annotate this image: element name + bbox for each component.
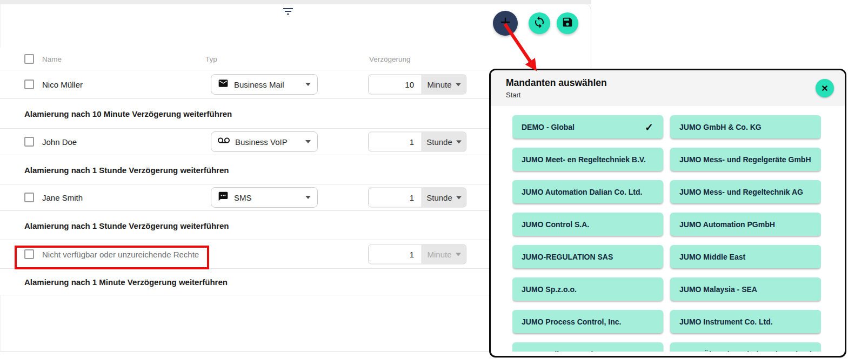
row-checkbox[interactable] — [24, 249, 34, 259]
top-strip — [0, 0, 591, 4]
chevron-down-icon — [305, 140, 311, 143]
tenant-button[interactable]: JUMO Sp.z.o.o. — [512, 277, 663, 301]
chevron-down-icon — [456, 253, 461, 256]
contact-name: Nico Müller — [42, 80, 83, 89]
delay-unit-value: Minute — [427, 250, 451, 259]
close-button[interactable]: ✕ — [816, 79, 834, 97]
tenant-button[interactable]: JUMO Meet- en Regeltechniek B.V. — [512, 148, 663, 171]
tenant-label: JUMO GmbH & Co. KG — [679, 123, 762, 131]
chevron-down-icon — [456, 83, 461, 86]
save-icon — [562, 16, 573, 30]
delay-value-input[interactable] — [369, 245, 422, 264]
row-checkbox[interactable] — [24, 193, 34, 202]
tenant-label: JUMO Control S.A. — [522, 220, 589, 229]
escalation-note-text: Alamierung nach 1 Minute Verzögerung wei… — [24, 277, 228, 287]
tenant-label: JUMO Malaysia - SEA — [679, 285, 757, 294]
contact-name: John Doe — [42, 137, 77, 147]
save-button[interactable] — [557, 12, 578, 34]
type-select-value: SMS — [234, 193, 252, 202]
escalation-note-text: Alamierung nach 10 Minute Verzögerung we… — [24, 109, 232, 118]
tenant-label: JUMO-REGULATION SAS — [522, 253, 613, 261]
delay-control: Minute — [368, 75, 466, 95]
type-select[interactable]: Business Mail — [211, 74, 318, 95]
tenant-button[interactable]: DEMO - Global ✓ — [512, 115, 663, 138]
table-header: Name Typ Verzögerung — [0, 48, 591, 70]
delay-unit-value: Stunde — [426, 193, 452, 202]
type-select[interactable]: Business VoIP — [211, 131, 318, 152]
dialog-subtitle: Start — [506, 91, 845, 99]
column-header-type: Typ — [205, 55, 217, 63]
chevron-down-icon — [456, 196, 462, 199]
delay-unit-select[interactable]: Stunde — [422, 188, 466, 207]
tenant-label: DEMO - Global — [522, 123, 575, 131]
delay-unit-select[interactable]: Stunde — [422, 133, 466, 151]
delay-control: Stunde — [368, 132, 466, 152]
add-button[interactable] — [493, 11, 518, 36]
tenant-label: JUMO Ölçü Sistemleri ve Tic. Ltd. Şti. — [679, 350, 814, 352]
tenant-button[interactable]: JUMO Malaysia - SEA — [670, 277, 821, 301]
close-icon: ✕ — [821, 83, 828, 94]
delay-control: Minute — [368, 244, 466, 264]
row-checkbox[interactable] — [24, 80, 34, 89]
chevron-down-icon — [305, 83, 311, 86]
tenant-label: JUMO Middle East — [679, 253, 745, 261]
escalation-note-text: Alamierung nach 1 Stunde Verzögerung wei… — [24, 221, 229, 230]
dialog-title: Mandanten auswählen — [506, 77, 845, 89]
plus-icon — [498, 15, 513, 32]
mail-icon — [218, 78, 229, 91]
tenant-button[interactable]: JUMO India Pvt. Ltd. — [512, 342, 663, 352]
tenant-button[interactable]: JUMO-REGULATION SAS — [512, 245, 663, 268]
delay-unit-value: Stunde — [426, 137, 452, 147]
tenant-button[interactable]: JUMO Automation Dalian Co. Ltd. — [512, 180, 663, 203]
column-header-delay: Verzögerung — [369, 55, 411, 63]
delay-value-input[interactable] — [369, 75, 422, 94]
tenant-button[interactable]: JUMO Mess- und Regeltechnik AG — [670, 180, 821, 203]
delay-unit-select[interactable]: Minute — [422, 75, 466, 94]
sms-icon — [218, 191, 229, 204]
tenant-label: JUMO Meet- en Regeltechniek B.V. — [522, 155, 646, 164]
type-select[interactable]: SMS — [211, 187, 318, 208]
contact-name: Jane Smith — [42, 193, 83, 202]
tenant-label: JUMO Instrument Co. Ltd. — [679, 317, 773, 326]
type-select-value: Business VoIP — [235, 137, 288, 147]
tenant-label: JUMO Automation Dalian Co. Ltd. — [522, 188, 642, 196]
tenant-label: JUMO Sp.z.o.o. — [522, 285, 577, 294]
tenant-label: JUMO Mess- und Regeltechnik AG — [679, 188, 803, 196]
tenant-button[interactable]: JUMO GmbH & Co. KG — [670, 115, 821, 138]
type-select-value: Business Mail — [234, 80, 284, 89]
row-checkbox[interactable] — [24, 137, 34, 147]
delay-control: Stunde — [368, 188, 466, 208]
check-icon: ✓ — [645, 121, 653, 134]
chevron-down-icon — [305, 196, 311, 199]
filter-list-icon[interactable] — [281, 4, 295, 18]
tenant-label: JUMO India Pvt. Ltd. — [522, 350, 595, 352]
tenant-button[interactable]: JUMO Instrument Co. Ltd. — [670, 310, 821, 333]
contact-name: Nicht verfügbar oder unzureichende Recht… — [42, 250, 199, 259]
tenant-label: JUMO Automation PGmbH — [679, 220, 775, 229]
tenant-button[interactable]: JUMO Control S.A. — [512, 213, 663, 236]
voicemail-icon — [218, 135, 230, 149]
delay-unit-select[interactable]: Minute — [422, 245, 466, 264]
tenant-button[interactable]: JUMO Process Control, Inc. — [512, 310, 663, 333]
tenant-dialog: Mandanten auswählen Start ✕ DEMO - Globa… — [489, 69, 846, 358]
escalation-note-text: Alamierung nach 1 Stunde Verzögerung wei… — [24, 165, 229, 174]
tenant-list: DEMO - Global ✓ JUMO GmbH & Co. KG JUMO … — [512, 115, 821, 352]
refresh-button[interactable] — [529, 12, 550, 34]
tenant-label: JUMO Mess- und Regelgeräte GmbH — [679, 155, 811, 164]
tenant-button[interactable]: JUMO Mess- und Regelgeräte GmbH — [670, 148, 821, 171]
tenant-button[interactable]: JUMO Automation PGmbH — [670, 213, 821, 236]
tenant-button[interactable]: JUMO Middle East — [670, 245, 821, 268]
select-all-checkbox[interactable] — [24, 54, 34, 64]
tenant-label: JUMO Process Control, Inc. — [522, 317, 621, 326]
tenant-button[interactable]: JUMO Ölçü Sistemleri ve Tic. Ltd. Şti. — [670, 342, 821, 352]
column-header-name: Name — [42, 55, 62, 63]
delay-unit-value: Minute — [427, 80, 451, 89]
app-page: Name Typ Verzögerung Nico Müller Busines… — [0, 0, 868, 364]
sync-icon — [533, 16, 546, 31]
tenant-dialog-header: Mandanten auswählen Start — [491, 70, 845, 106]
delay-value-input[interactable] — [369, 133, 422, 151]
delay-value-input[interactable] — [369, 188, 422, 207]
chevron-down-icon — [456, 140, 462, 143]
